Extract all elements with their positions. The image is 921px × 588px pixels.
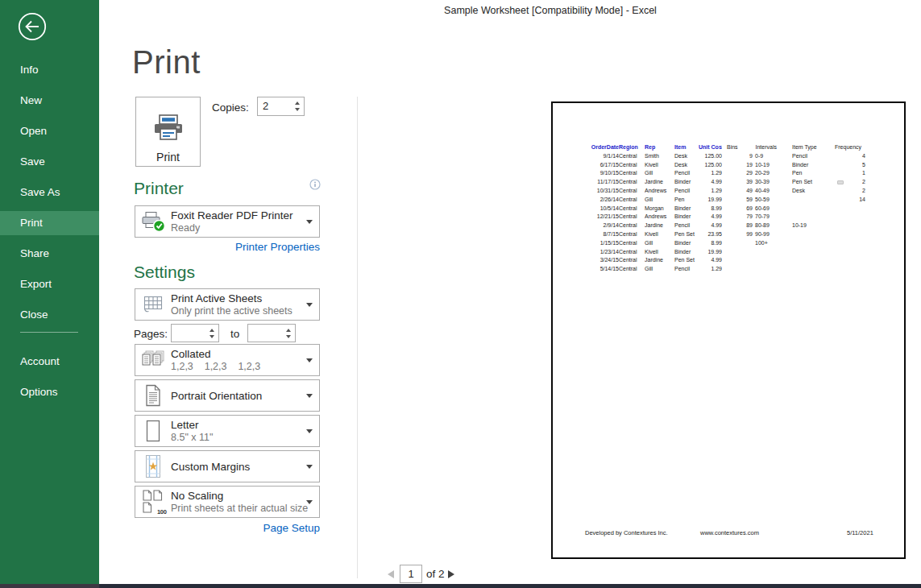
chevron-down-icon [306,394,313,398]
printer-name: Foxit Reader PDF Printer [171,209,303,222]
back-button[interactable] [17,11,48,42]
preview-table-cell: Jardine [645,256,674,265]
sidebar-item-open[interactable]: Open [0,119,99,143]
collated-icon [135,350,171,371]
preview-table-cell: 8.99 [699,239,722,248]
preview-table-cell: 39 [722,178,753,187]
margins-dropdown[interactable]: Custom Margins [135,450,320,482]
next-page-icon[interactable] [448,570,454,578]
printer-heading: Printer [134,179,184,198]
preview-table-cell: 0-9 [753,152,792,161]
preview-table-cell: 59 [722,196,753,205]
back-arrow-icon [17,11,48,42]
backstage-sidebar: InfoNewOpenSaveSave AsPrintShareExportCl… [0,0,99,584]
preview-table-cell [834,205,866,213]
preview-table-header: Bins [722,143,753,152]
preview-table-row: 8/7/15CentralKivellPen Set23.959990-99 [583,230,866,239]
preview-table-header: Item Type [792,143,834,152]
preview-table-cell: 2 [834,187,866,196]
preview-table-cell: 29 [722,169,753,178]
sidebar-item-new[interactable]: New [0,89,99,113]
preview-table-cell: Pencil [674,187,699,196]
copies-spinner[interactable]: 2 [257,97,305,116]
collation-dropdown[interactable]: Collated 1,2,3 1,2,3 1,2,3 [135,344,320,376]
preview-table-cell: 1.29 [699,169,722,178]
preview-table-header-row: OrderDateRegionRepItemUnit CostBinsInter… [583,143,866,152]
printer-properties-link[interactable]: Printer Properties [135,241,320,253]
collation-sublabel: 1,2,3 1,2,3 1,2,3 [171,361,303,372]
preview-table-cell: 14 [834,196,866,205]
preview-table-cell [753,265,792,274]
sidebar-item-account[interactable]: Account [0,350,99,374]
preview-table-cell: Pen [792,169,834,178]
sidebar-item-share[interactable]: Share [0,242,99,266]
sidebar-item-info[interactable]: Info [0,58,99,82]
preview-table-cell: 12/21/15 [583,213,619,222]
scaling-dropdown[interactable]: 100 No Scaling Print sheets at their act… [135,486,320,518]
printer-status: Ready [171,222,303,234]
preview-table-cell: Kivell [645,161,674,170]
preview-table-cell: Gill [645,239,674,248]
preview-table-header: Rep [645,143,674,152]
preview-table-cell: Pen [674,196,699,205]
portrait-page-icon [135,383,171,408]
preview-table-cell [834,213,866,222]
preview-table-header: Unit Cost [699,143,722,152]
preview-table-cell: 90-99 [753,230,792,239]
custom-margins-icon [135,453,171,479]
preview-table-cell: Desk [792,187,834,196]
page-number-input[interactable]: 1 [400,565,422,583]
sidebar-divider [20,332,78,333]
spinner-down-icon[interactable] [295,108,300,111]
copies-spinner-arrows[interactable] [291,97,304,115]
printer-info-icon[interactable] [309,179,321,190]
preview-table-cell [792,248,834,257]
sidebar-item-options[interactable]: Options [0,380,99,404]
spinner-up-icon[interactable] [295,101,300,105]
spinner-down-icon[interactable] [210,335,214,338]
sidebar-item-export[interactable]: Export [0,272,99,296]
paper-size-sublabel: 8.5" x 11" [171,432,303,443]
preview-table-cell: 9/1/14 [583,152,619,161]
no-scaling-icon: 100 [135,489,171,515]
preview-table-row: 9/1/14CentralSmithDesk125.0090-9Pencil4 [583,152,866,161]
print-what-dropdown[interactable]: Print Active Sheets Only print the activ… [135,288,320,321]
sidebar-item-close[interactable]: Close [0,303,99,327]
paper-size-dropdown[interactable]: Letter 8.5" x 11" [135,415,320,447]
orientation-dropdown[interactable]: Portrait Orientation [135,379,320,412]
preview-table-row: 1/23/14CentralKivellBinder19.99 [583,248,866,257]
sidebar-item-save-as[interactable]: Save As [0,180,99,205]
pages-from-value[interactable] [172,325,205,342]
print-button[interactable]: Print [135,97,201,167]
preview-table-cell [834,265,866,274]
preview-table-cell: 23.95 [699,230,722,239]
preview-table-cell [722,239,753,248]
pages-to-spinner[interactable] [247,324,296,342]
sidebar-item-print[interactable]: Print [0,211,99,235]
preview-table-cell: 10-19 [792,222,834,230]
page-setup-link[interactable]: Page Setup [135,522,320,534]
preview-table-cell: Pen Set [674,256,699,265]
pages-to-value[interactable] [248,325,282,342]
preview-table: OrderDateRegionRepItemUnit CostBinsInter… [583,143,866,274]
preview-table-cell: Central [619,265,645,274]
pages-from-spinner[interactable] [171,324,219,342]
preview-table-cell: Central [619,169,645,178]
preview-table-cell: 19 [722,161,753,170]
active-sheets-icon [135,294,171,315]
copies-value[interactable]: 2 [258,97,291,115]
sidebar-item-save[interactable]: Save [0,150,99,174]
printer-dropdown[interactable]: Foxit Reader PDF Printer Ready [135,205,320,238]
scaling-label: No Scaling [171,490,303,502]
previous-page-icon[interactable] [388,570,394,578]
preview-table-cell: Gill [645,169,674,178]
preview-table-row: 5/14/15CentralGillPencil1.29 [583,265,866,274]
spinner-down-icon[interactable] [286,335,291,338]
preview-table-cell: 4.99 [699,178,722,187]
pages-from-arrows[interactable] [205,325,218,342]
pages-to-arrows[interactable] [282,325,295,342]
spinner-up-icon[interactable] [286,329,291,332]
spinner-up-icon[interactable] [210,329,214,332]
preview-table-row: 2/26/14CentralGillPen19.995950-5914 [583,196,866,205]
preview-table-cell: 100+ [753,239,792,248]
